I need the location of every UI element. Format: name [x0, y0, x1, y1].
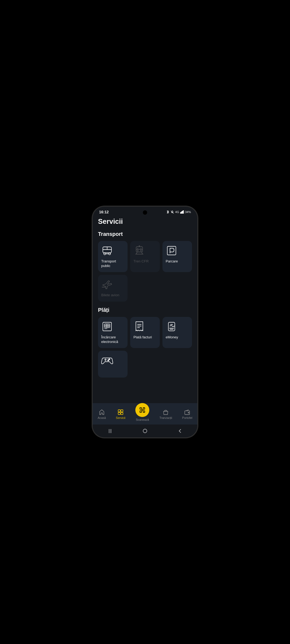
signal-icon — [180, 210, 184, 214]
phone-shell: 16:12 4G — [93, 207, 197, 437]
card-gaming[interactable] — [98, 351, 128, 378]
transport-grid: Transport public — [98, 241, 192, 272]
nav-scaneaza[interactable]: Scanează — [132, 406, 153, 422]
card-incarcare[interactable]: Încărcare electronică — [98, 317, 128, 348]
mute-icon — [171, 210, 174, 214]
emoney-icon-wrap — [166, 321, 177, 332]
svg-point-23 — [139, 246, 140, 246]
bluetooth-icon — [166, 210, 169, 214]
emoney-label: eMoney — [166, 335, 178, 340]
page-title: Servicii — [98, 217, 192, 226]
plane-icon — [102, 280, 113, 289]
svg-rect-47 — [140, 411, 142, 412]
svg-line-18 — [142, 252, 143, 254]
card-emoney[interactable]: eMoney — [162, 317, 192, 348]
svg-point-39 — [109, 359, 110, 360]
nav-acasa[interactable]: Acasă — [95, 408, 109, 420]
plati-grid: Încărcare electronică Plată facturi — [98, 317, 192, 348]
nav-portofel[interactable]: Portofel — [179, 408, 195, 420]
plati-row2 — [98, 351, 192, 378]
gamepad-icon-wrap — [101, 354, 113, 366]
bilete-avion-label: Bilete avion — [101, 293, 119, 298]
svg-point-40 — [108, 360, 109, 361]
parcare-label: Parcare — [166, 259, 178, 264]
nav-servicii-label: Servicii — [116, 416, 125, 419]
svg-rect-1 — [180, 213, 181, 214]
svg-rect-41 — [118, 410, 120, 412]
receipt-icon — [135, 321, 144, 332]
nav-acasa-label: Acasă — [98, 416, 106, 419]
card-bilete-avion[interactable]: Bilete avion — [98, 275, 128, 302]
receipt-icon-wrap — [133, 321, 145, 332]
status-time: 16:12 — [99, 210, 109, 214]
svg-rect-49 — [142, 409, 143, 411]
parking-icon — [166, 246, 177, 256]
bus-icon-wrap — [101, 245, 113, 257]
bus-icon — [102, 246, 113, 255]
svg-rect-3 — [182, 211, 183, 214]
bottom-nav: Acasă Servicii — [93, 403, 197, 425]
nav-portofel-label: Portofel — [182, 416, 192, 419]
svg-point-15 — [137, 250, 138, 251]
emoney-icon — [167, 321, 176, 332]
section-plati-title: Plăți — [98, 307, 192, 313]
nav-servicii[interactable]: Servicii — [113, 408, 129, 420]
notch — [143, 210, 147, 215]
card-tren-cfr[interactable]: Tren CFR — [130, 241, 160, 272]
svg-rect-27 — [104, 324, 110, 328]
svg-point-16 — [140, 250, 142, 251]
train-icon-wrap — [133, 245, 145, 257]
card-transport-public[interactable]: Transport public — [98, 241, 128, 272]
card-facturi[interactable]: Plată facturi — [130, 317, 160, 348]
scroll-content: Servicii Transport — [93, 216, 197, 403]
svg-rect-24 — [167, 246, 176, 255]
nav-tranzactii-label: Tranzacții — [160, 416, 172, 419]
svg-rect-52 — [143, 429, 147, 433]
grid-icon — [118, 409, 124, 415]
svg-point-51 — [188, 412, 189, 413]
svg-rect-42 — [121, 410, 123, 412]
battery-text: 34% — [185, 210, 191, 214]
android-home-icon — [142, 428, 148, 434]
android-menu-btn[interactable]: ||| — [106, 427, 114, 435]
android-back-icon — [177, 428, 183, 434]
card-icon-wrap — [101, 321, 113, 332]
facturi-label: Plată facturi — [133, 335, 152, 340]
card-parcare[interactable]: Parcare — [162, 241, 192, 272]
gamepad-icon — [101, 356, 113, 365]
status-icons: 4G 34% — [166, 210, 191, 214]
scan-icon — [139, 407, 146, 413]
nav-scaneaza-label: Scanează — [136, 418, 149, 421]
svg-rect-48 — [143, 411, 145, 412]
signal-text: 4G — [175, 210, 179, 214]
plane-icon-wrap — [101, 279, 113, 290]
incarcare-label: Încărcare electronică — [101, 335, 124, 344]
phone-screen: 16:12 4G — [93, 207, 197, 437]
svg-rect-26 — [103, 322, 111, 331]
svg-line-17 — [136, 252, 137, 254]
parking-icon-wrap — [166, 245, 177, 257]
transport-public-label: Transport public — [101, 259, 124, 268]
svg-rect-45 — [140, 408, 142, 409]
android-home-btn[interactable] — [141, 427, 149, 435]
bag-icon — [163, 409, 169, 415]
nav-tranzactii[interactable]: Tranzacții — [156, 408, 175, 420]
wallet-icon — [184, 409, 190, 415]
tren-cfr-label: Tren CFR — [133, 259, 149, 264]
svg-rect-43 — [118, 412, 120, 415]
sim-card-icon — [102, 322, 113, 331]
android-nav: ||| — [93, 425, 197, 437]
svg-rect-44 — [121, 412, 123, 415]
section-transport-title: Transport — [98, 231, 192, 237]
android-back-btn[interactable] — [176, 427, 184, 435]
scan-button[interactable] — [135, 403, 149, 417]
svg-point-9 — [109, 253, 111, 255]
transport-row2: Bilete avion — [98, 275, 192, 302]
train-icon — [134, 246, 145, 256]
home-icon — [99, 409, 105, 415]
svg-rect-2 — [181, 212, 182, 214]
svg-rect-46 — [143, 408, 145, 409]
svg-point-8 — [104, 253, 106, 255]
svg-rect-4 — [183, 210, 184, 214]
